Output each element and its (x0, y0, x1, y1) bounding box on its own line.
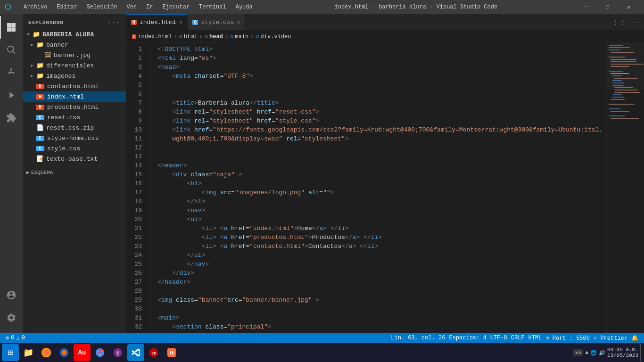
start-button[interactable]: ⊞ (2, 344, 19, 361)
taskbar-vscode[interactable] (127, 344, 144, 361)
activity-account[interactable] (0, 284, 23, 306)
activity-explorer[interactable] (0, 16, 23, 39)
activity-run[interactable] (0, 84, 23, 107)
bc-main-tag[interactable]: ◇ main (230, 33, 248, 40)
taskbar-firefox2[interactable] (56, 344, 73, 361)
taskbar-chrome[interactable] (91, 344, 108, 361)
diferenciales-arrow-icon: ▶ (28, 63, 36, 68)
imagenes-arrow-icon: ▶ (28, 73, 36, 79)
sidebar-item-style-home[interactable]: C style-home.css (23, 133, 126, 143)
menu-terminal[interactable]: Terminal (195, 4, 230, 10)
tab-index-html-close[interactable]: ✕ (179, 19, 182, 26)
tab-index-html-icon: H (131, 20, 137, 25)
bc-html-tag[interactable]: ◇ html (179, 33, 198, 40)
activity-git[interactable] (0, 61, 23, 84)
code-line-3: <head> (157, 63, 606, 72)
line-num-3: 3 (126, 63, 142, 72)
status-line-ending[interactable]: CRLF (509, 335, 527, 342)
esquema-section[interactable]: ▶ ESQUEMA (23, 168, 126, 176)
bc-head-tag[interactable]: ◇ head (205, 33, 223, 40)
code-line-32: <section class="principal"> (157, 322, 606, 331)
breadcrumb: H index.html › ◇ html › ◇ head › ◇ main (126, 31, 644, 43)
status-notification[interactable]: 🔔 (629, 335, 640, 342)
taskbar-firefox[interactable] (38, 344, 55, 361)
tab-index-html[interactable]: H index.html ✕ (126, 14, 188, 31)
taskbar-file-explorer[interactable]: 📁 (20, 344, 37, 361)
status-bar: ⊗ 0 ⚠ 0 Lín. 63, col. 26 Espacios: 4 UTF… (0, 333, 644, 343)
code-line-30 (157, 304, 606, 313)
editor-area: H index.html ✕ C style.css ✕ ⋮⋮ ··· H (126, 14, 644, 333)
status-right: Lín. 63, col. 26 Espacios: 4 UTF-8 CRLF … (389, 335, 640, 342)
taskbar-expand-icon[interactable]: ▲ (585, 350, 588, 355)
line-num-11: 11 (126, 134, 142, 143)
menu-ver[interactable]: Ver (123, 4, 140, 10)
code-line-31: <main> (157, 313, 606, 322)
taskbar-show-desktop[interactable] (640, 344, 642, 361)
svg-text:@: @ (116, 351, 119, 356)
sidebar-item-banner-folder[interactable]: ▶ 📁 banner (23, 40, 126, 50)
time-value: 09:39 a.m. (607, 347, 638, 353)
menu-ejecutar[interactable]: Ejecutar (158, 4, 193, 10)
code-line-23: <li> <a href="contacto.html">Contactos</… (157, 242, 606, 251)
minimize-button[interactable]: ─ (576, 0, 597, 14)
code-line-1: <!DOCTYPE html> (157, 45, 606, 54)
tab-style-css-close[interactable]: ✕ (237, 19, 240, 26)
menu-ayuda[interactable]: Ayuda (232, 4, 256, 10)
activity-extensions[interactable] (0, 107, 23, 129)
status-language[interactable]: HTML (527, 335, 544, 342)
taskbar-adobe[interactable]: Au (74, 344, 91, 361)
taskbar-app5[interactable]: @ (109, 344, 126, 361)
code-line-25: </nav> (157, 260, 606, 269)
menu-editar[interactable]: Editar (53, 4, 81, 10)
tab-style-css-icon: C (192, 20, 198, 25)
status-encoding[interactable]: UTF-8 (488, 335, 509, 342)
diferenciales-folder-icon: 📁 (36, 62, 44, 69)
line-num-7: 7 (126, 99, 142, 107)
status-prettier[interactable]: ✓ Prettier (592, 335, 629, 342)
textobase-label: texto-base.txt (46, 156, 98, 163)
sidebar-item-index[interactable]: H index.html (23, 91, 126, 102)
code-content[interactable]: <!DOCTYPE html> <html lang="es"> <head> … (150, 43, 606, 333)
sidebar-more-icon[interactable]: ··· (107, 19, 120, 26)
menu-archivo[interactable]: Archivo (20, 4, 51, 10)
sidebar-item-productos[interactable]: H productos.html (23, 102, 126, 112)
sidebar-item-imagenes[interactable]: ▶ 📁 imagenes (23, 71, 126, 81)
activity-search[interactable] (0, 39, 23, 61)
line-num-4: 4 (126, 72, 142, 81)
status-errors[interactable]: ⊗ 0 ⚠ 0 (4, 335, 27, 342)
menu-ir[interactable]: Ir (142, 4, 157, 10)
sidebar-item-diferenciales[interactable]: ▶ 📁 diferenciales (23, 60, 126, 71)
taskbar-app8[interactable] (163, 344, 180, 361)
tab-more-icon[interactable]: ··· (629, 19, 640, 26)
tab-style-css-label: style.css (201, 19, 234, 26)
project-root[interactable]: ▼ 📁 BARBERIA ALURA (23, 29, 126, 40)
bc-divvideo-tag[interactable]: ◇ div.video (256, 33, 291, 40)
status-spaces[interactable]: Espacios: 4 (447, 335, 488, 342)
sidebar-item-reset-css[interactable]: C reset.css (23, 112, 126, 123)
tab-style-css[interactable]: C style.css ✕ (188, 14, 245, 31)
bc-main-label: main (235, 33, 248, 40)
sidebar-item-style-css[interactable]: C style.css (23, 143, 126, 154)
close-button[interactable]: ✕ (618, 0, 639, 14)
menu-seleccion[interactable]: Selección (83, 4, 121, 10)
status-position[interactable]: Lín. 63, col. 26 (389, 335, 447, 342)
code-line-28 (157, 287, 606, 296)
code-line-18: </h1> (157, 197, 606, 206)
bc-indexhtml[interactable]: H index.html (132, 33, 172, 40)
sidebar-header-actions[interactable]: ··· (107, 19, 120, 26)
port-label: ⊙ Port : 5500 (545, 335, 590, 342)
taskbar-app7[interactable]: DB (145, 344, 162, 361)
maximize-button[interactable]: □ (597, 0, 618, 14)
taskbar-network-icon: 🌐 (590, 350, 597, 356)
sidebar-item-banner-jpg[interactable]: 🖼 banner.jpg (23, 50, 126, 60)
sidebar-item-texto-base[interactable]: 📝 texto-base.txt (23, 154, 126, 164)
sidebar-item-reset-zip[interactable]: 📄 reset.css.zip (23, 123, 126, 133)
titlebar-menu: Archivo Editar Selección Ver Ir Ejecutar… (20, 4, 256, 10)
sidebar-item-contactos[interactable]: H contactos.html (23, 81, 126, 91)
tab-layout-icon[interactable]: ⋮⋮ (612, 18, 626, 26)
title-bar: ⬡ Archivo Editar Selección Ver Ir Ejecut… (0, 0, 644, 14)
activity-settings[interactable] (0, 306, 23, 329)
code-line-4: <meta charset="UTF-8"> (157, 72, 606, 81)
tab-index-html-label: index.html (140, 19, 176, 26)
status-port[interactable]: ⊙ Port : 5500 (544, 335, 592, 342)
